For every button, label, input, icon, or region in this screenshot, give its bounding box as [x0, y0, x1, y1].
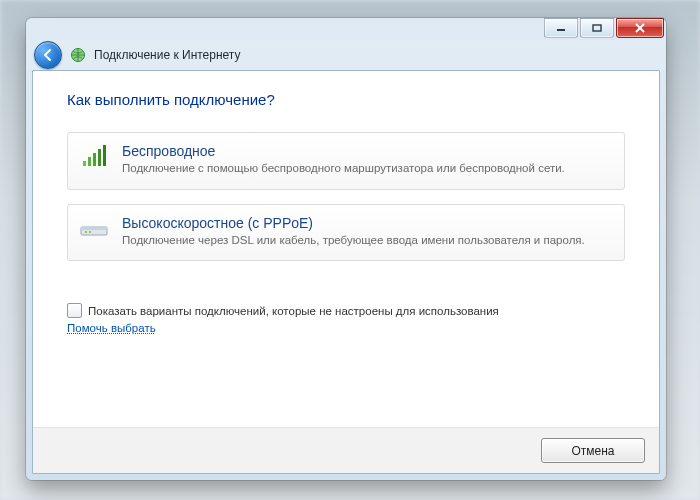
- modem-icon: [80, 215, 110, 243]
- svg-point-12: [85, 231, 87, 233]
- close-icon: [634, 23, 646, 33]
- option-description: Подключение через DSL или кабель, требую…: [122, 233, 612, 249]
- page-heading: Как выполнить подключение?: [67, 91, 625, 108]
- svg-rect-1: [593, 25, 601, 31]
- maximize-button[interactable]: [580, 18, 614, 38]
- back-arrow-icon: [41, 48, 55, 62]
- wizard-window: Подключение к Интернету Как выполнить по…: [26, 18, 666, 480]
- svg-rect-8: [98, 149, 101, 166]
- footer-bar: Отмена: [33, 427, 659, 473]
- help-choose-link[interactable]: Помочь выбрать: [67, 322, 156, 334]
- option-title: Высокоскоростное (с PPPoE): [122, 215, 612, 231]
- svg-point-13: [89, 231, 91, 233]
- wireless-signal-icon: [80, 143, 110, 171]
- globe-network-icon: [70, 47, 86, 63]
- show-unavailable-label: Показать варианты подключений, которые н…: [88, 305, 499, 317]
- client-area: Как выполнить подключение? Беспроводное …: [32, 70, 660, 474]
- cancel-button[interactable]: Отмена: [541, 438, 645, 463]
- minimize-icon: [556, 24, 566, 32]
- close-button[interactable]: [616, 18, 664, 38]
- nav-bar: Подключение к Интернету: [26, 40, 666, 70]
- option-title: Беспроводное: [122, 143, 612, 159]
- svg-rect-7: [93, 153, 96, 166]
- maximize-icon: [592, 24, 602, 32]
- back-button[interactable]: [34, 41, 62, 69]
- window-title: Подключение к Интернету: [94, 48, 241, 62]
- option-description: Подключение с помощью беспроводного марш…: [122, 161, 612, 177]
- svg-rect-0: [557, 29, 565, 31]
- option-wireless[interactable]: Беспроводное Подключение с помощью беспр…: [67, 132, 625, 190]
- minimize-button[interactable]: [544, 18, 578, 38]
- svg-rect-6: [88, 157, 91, 166]
- titlebar: [26, 18, 666, 40]
- svg-rect-9: [103, 145, 106, 166]
- svg-rect-11: [81, 227, 107, 230]
- svg-rect-5: [83, 161, 86, 166]
- show-unavailable-checkbox[interactable]: [67, 303, 82, 318]
- option-broadband-pppoe[interactable]: Высокоскоростное (с PPPoE) Подключение ч…: [67, 204, 625, 262]
